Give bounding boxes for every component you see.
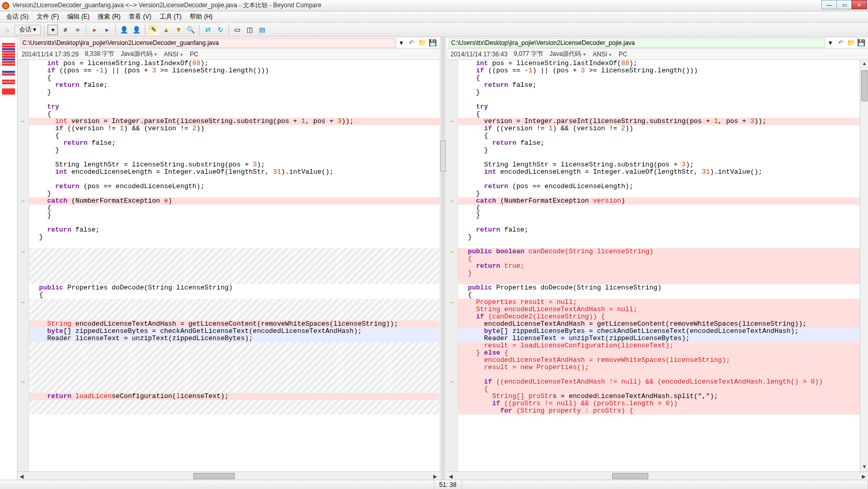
copy-left-icon[interactable]: 👤 xyxy=(119,25,129,35)
left-filetype[interactable]: Java源代码 xyxy=(120,50,158,58)
code-line[interactable]: if ((pos == -1) || (pos + 3 >= licenseSt… xyxy=(29,67,439,74)
code-line[interactable]: int version = Integer.parseInt(licenseSt… xyxy=(29,118,439,125)
code-line[interactable]: { xyxy=(458,386,860,393)
left-save-icon[interactable]: 💾 xyxy=(428,39,437,47)
left-hscroll[interactable]: ◀▶ xyxy=(18,471,439,480)
code-line[interactable]: { xyxy=(29,292,439,299)
right-filetype[interactable]: Java源代码 xyxy=(550,50,587,58)
right-save-icon[interactable]: 💾 xyxy=(857,39,866,47)
code-line[interactable]: } xyxy=(29,234,439,241)
code-line[interactable]: public Properties doDecode(String licens… xyxy=(29,284,439,292)
code-line[interactable]: { xyxy=(458,205,860,212)
code-line[interactable]: return (pos == encodedLicenseLength); xyxy=(29,183,439,190)
code-line[interactable]: Reader licenseText = unzipText(zippedLic… xyxy=(29,335,439,342)
minimize-button[interactable]: — xyxy=(821,0,837,9)
code-line[interactable] xyxy=(29,407,439,415)
code-line[interactable]: int pos = licenseString.lastIndexOf(88); xyxy=(458,60,860,67)
edit-icon[interactable]: ✎ xyxy=(148,25,159,35)
code-line[interactable]: } xyxy=(458,147,860,154)
code-line[interactable]: return false; xyxy=(458,226,860,234)
code-line[interactable]: version = Integer.parseInt(licenseString… xyxy=(458,118,860,125)
menu-file[interactable]: 文件 (F) xyxy=(33,12,63,21)
code-line[interactable]: } xyxy=(29,190,439,197)
left-browse-icon[interactable]: 📁 xyxy=(418,39,427,47)
code-line[interactable]: String encodedLicenseTextAndHash = getLi… xyxy=(29,320,439,328)
layout3-icon[interactable]: ▤ xyxy=(257,25,267,35)
code-line[interactable]: byte[] zippedLicenseBytes = checkAndGetL… xyxy=(29,328,439,335)
right-open-icon[interactable]: ↶ xyxy=(836,39,845,47)
code-line[interactable]: { xyxy=(29,132,439,140)
code-line[interactable]: { xyxy=(458,74,860,82)
code-line[interactable]: try xyxy=(29,103,439,111)
code-line[interactable]: public boolean canDecode(String licenseS… xyxy=(458,248,860,255)
code-line[interactable] xyxy=(29,378,439,386)
code-line[interactable]: public Properties doDecode(String licens… xyxy=(458,284,860,292)
code-line[interactable]: int encodedLicenseLength = Integer.value… xyxy=(29,169,439,176)
all-icon[interactable]: ★ xyxy=(48,25,58,35)
code-line[interactable]: int pos = licenseString.lastIndexOf(88); xyxy=(29,60,439,67)
menu-help[interactable]: 帮助 (H) xyxy=(186,12,217,21)
code-line[interactable]: Properties result = null; xyxy=(458,299,860,306)
format-icon[interactable]: ▸ xyxy=(102,25,112,35)
code-line[interactable]: } xyxy=(29,212,439,219)
code-line[interactable]: { xyxy=(29,111,439,118)
right-code[interactable]: ⇦⇦⇦⇦⇦ int pos = licenseString.lastIndexO… xyxy=(447,60,869,471)
swap-icon[interactable]: ⇄ xyxy=(203,25,213,35)
code-line[interactable]: return false; xyxy=(458,140,860,147)
splitter[interactable] xyxy=(439,37,447,480)
code-line[interactable] xyxy=(458,241,860,248)
session-dropdown[interactable]: 会话 ▾ xyxy=(14,25,41,35)
code-line[interactable]: if ((pos == -1) || (pos + 3 >= licenseSt… xyxy=(458,67,860,74)
code-line[interactable]: } else { xyxy=(458,349,860,357)
splitter-grip[interactable] xyxy=(440,141,446,172)
code-line[interactable]: result = loadLicenseConfiguration(licens… xyxy=(458,342,860,349)
close-button[interactable]: ✕ xyxy=(851,0,867,9)
code-line[interactable]: encodedLicenseTextAndHash = removeWhiteS… xyxy=(458,357,860,364)
vscrollbar[interactable]: ▲▼ xyxy=(860,60,868,471)
code-line[interactable]: String encodedLicenseTextAndHash = null; xyxy=(458,306,860,313)
code-line[interactable] xyxy=(29,371,439,378)
code-line[interactable] xyxy=(29,263,439,270)
code-line[interactable]: if (canDecode2(licenseString)) { xyxy=(458,313,860,320)
code-line[interactable]: { xyxy=(29,74,439,82)
same-icon[interactable]: = xyxy=(72,25,83,35)
layout1-icon[interactable]: ▭ xyxy=(232,25,242,35)
left-dropdown-icon[interactable]: ▾ xyxy=(397,39,406,47)
code-line[interactable] xyxy=(29,400,439,407)
code-line[interactable]: } xyxy=(458,234,860,241)
code-line[interactable] xyxy=(29,241,439,248)
code-line[interactable] xyxy=(458,219,860,226)
code-line[interactable]: return false; xyxy=(458,82,860,89)
find-icon[interactable]: 🔍 xyxy=(186,25,196,35)
code-line[interactable]: { xyxy=(458,111,860,118)
menu-view[interactable]: 查看 (V) xyxy=(125,12,155,21)
code-line[interactable]: for (String property : proStrs) { xyxy=(458,407,860,415)
code-line[interactable] xyxy=(29,277,439,284)
right-browse-icon[interactable]: 📁 xyxy=(846,39,856,47)
code-line[interactable]: catch (NumberFormatException version) xyxy=(458,197,860,205)
code-line[interactable] xyxy=(29,255,439,263)
reload-icon[interactable]: ↻ xyxy=(215,25,225,35)
layout2-icon[interactable]: ◫ xyxy=(245,25,255,35)
code-line[interactable]: { xyxy=(29,205,439,212)
rules-icon[interactable]: ▸ xyxy=(89,25,100,35)
code-line[interactable]: return false; xyxy=(29,140,439,147)
code-line[interactable]: } xyxy=(458,190,860,197)
diff-icon[interactable]: ≠ xyxy=(60,25,70,35)
menu-search[interactable]: 搜索 (R) xyxy=(94,12,125,21)
copy-right-icon[interactable]: 👤 xyxy=(131,25,142,35)
menu-session[interactable]: 会话 (S) xyxy=(2,12,33,21)
code-line[interactable]: int encodedLicenseLength = Integer.value… xyxy=(458,169,860,176)
next-diff-icon[interactable]: ▲ xyxy=(161,25,171,35)
right-dropdown-icon[interactable]: ▾ xyxy=(826,39,835,47)
thumbnail-strip[interactable] xyxy=(0,37,18,480)
code-line[interactable] xyxy=(458,277,860,284)
code-line[interactable]: try xyxy=(458,103,860,111)
code-line[interactable]: if ((encodedLicenseTextAndHash != null) … xyxy=(458,378,860,386)
right-path-input[interactable] xyxy=(449,38,825,48)
code-line[interactable]: Reader licenseText = unzipText(zippedLic… xyxy=(458,335,860,342)
code-line[interactable]: if ((proStrs != null) && (proStrs.length… xyxy=(458,400,860,407)
code-line[interactable]: return false; xyxy=(29,82,439,89)
code-line[interactable] xyxy=(29,270,439,277)
code-line[interactable]: } xyxy=(29,147,439,154)
